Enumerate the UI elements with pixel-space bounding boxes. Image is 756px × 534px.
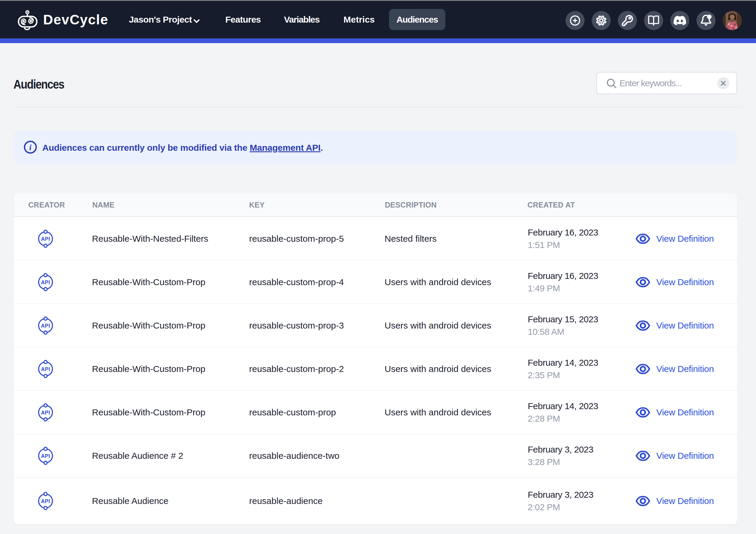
svg-text:API: API (41, 409, 50, 415)
svg-text:i: i (29, 143, 32, 152)
svg-text:API: API (41, 366, 50, 372)
svg-text:API: API (41, 322, 50, 329)
svg-text:API: API (41, 236, 50, 242)
svg-text:API: API (41, 453, 50, 459)
svg-text:API: API (41, 498, 50, 504)
svg-text:API: API (41, 279, 50, 285)
